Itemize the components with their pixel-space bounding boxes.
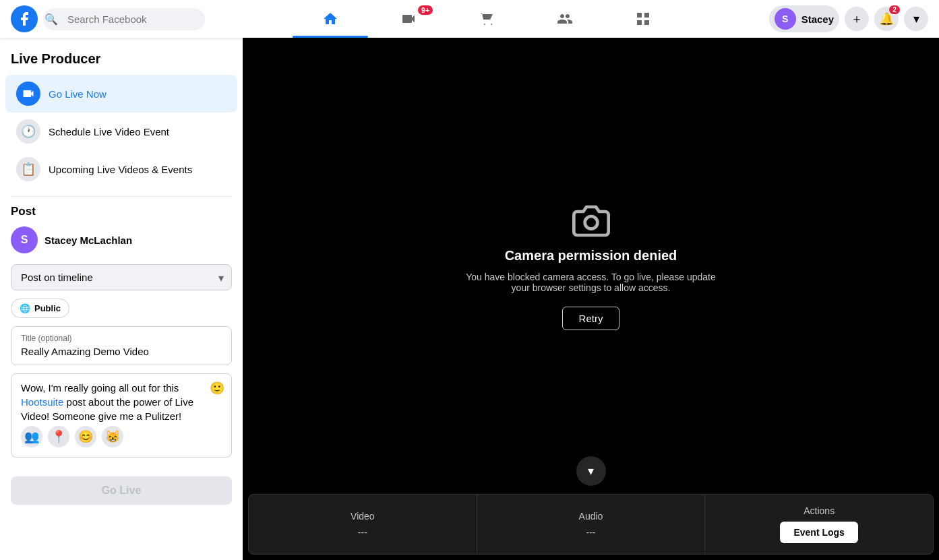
event-logs-button[interactable]: Event Logs	[780, 522, 857, 543]
camera-denied-icon	[572, 202, 610, 240]
schedule-icon: 🕐	[16, 119, 40, 144]
nav-center: 9+	[205, 3, 769, 35]
title-input-wrap: Title (optional)	[11, 326, 232, 365]
post-section-title: Post	[11, 205, 232, 218]
top-nav: 🔍 9+ S Stacey ＋ 🔔 2 ▾	[0, 0, 939, 38]
user-profile-btn[interactable]: S Stacey	[769, 5, 839, 32]
emoji-button[interactable]: 🙂	[210, 381, 224, 396]
post-user-avatar: S	[11, 226, 38, 253]
location-icon[interactable]: 📍	[48, 426, 69, 447]
video-label: Video	[351, 511, 375, 522]
post-section: Post S Stacey McLachlan Post on timeline…	[0, 205, 243, 466]
more-icon[interactable]: 😸	[102, 426, 123, 447]
notification-badge: 2	[889, 5, 900, 14]
marketplace-nav-btn[interactable]	[449, 3, 524, 35]
user-name: Stacey	[801, 13, 834, 25]
video-area: Camera permission denied You have blocke…	[243, 38, 939, 560]
audio-label: Audio	[579, 511, 603, 522]
groups-nav-btn[interactable]	[527, 3, 603, 35]
privacy-button[interactable]: 🌐 Public	[11, 299, 69, 318]
globe-icon: 🌐	[20, 303, 30, 313]
main-content: Live Producer Go Live Now 🕐 Schedule Liv…	[0, 38, 939, 560]
search-wrap: 🔍	[38, 8, 205, 30]
user-avatar: S	[775, 8, 796, 30]
video-badge: 9+	[418, 5, 433, 15]
title-label: Title (optional)	[21, 334, 222, 343]
hootsuite-link[interactable]: Hootsuite	[21, 396, 63, 408]
add-btn[interactable]: ＋	[845, 7, 869, 31]
description-wrap: Wow, I'm really going all out for this H…	[11, 373, 232, 458]
sidebar: Live Producer Go Live Now 🕐 Schedule Liv…	[0, 38, 243, 560]
actions-label: Actions	[804, 505, 835, 516]
retry-button[interactable]: Retry	[562, 307, 620, 330]
go-live-menu-item[interactable]: Go Live Now	[5, 75, 237, 113]
audio-value: ---	[586, 527, 596, 538]
title-input[interactable]	[21, 346, 222, 357]
scroll-down-button[interactable]: ▾	[576, 456, 606, 486]
svg-rect-1	[644, 13, 649, 18]
tag-people-icon[interactable]: 👥	[21, 426, 42, 447]
description-text: Wow, I'm really going all out for this H…	[21, 381, 222, 423]
nav-right: S Stacey ＋ 🔔 2 ▾	[769, 5, 928, 32]
menu-btn[interactable]: ▾	[904, 7, 928, 31]
svg-rect-0	[637, 13, 642, 18]
svg-rect-3	[644, 20, 649, 25]
video-control-section: Video ---	[249, 495, 477, 554]
feeling-icon[interactable]: 😊	[75, 426, 96, 447]
camera-permission-sub: You have blocked camera access. To go li…	[456, 272, 726, 293]
schedule-label: Schedule Live Video Event	[49, 126, 169, 137]
go-live-button[interactable]: Go Live	[11, 476, 232, 505]
video-controls: Video --- Audio --- Actions Event Logs	[248, 494, 934, 555]
video-nav-btn[interactable]: 9+	[371, 3, 446, 35]
home-nav-btn[interactable]	[293, 3, 368, 35]
go-live-icon	[16, 82, 40, 106]
svg-rect-2	[637, 20, 642, 25]
camera-permission-title: Camera permission denied	[505, 248, 677, 263]
sidebar-divider	[11, 196, 232, 197]
go-live-label: Go Live Now	[49, 88, 107, 100]
user-row: S Stacey McLachlan	[11, 226, 232, 253]
video-main: Camera permission denied You have blocke…	[243, 38, 939, 494]
pages-nav-btn[interactable]	[605, 3, 681, 35]
actions-section: Actions Event Logs	[705, 495, 933, 554]
svg-point-4	[584, 216, 597, 229]
privacy-label: Public	[34, 303, 61, 313]
search-input[interactable]	[43, 8, 205, 30]
upcoming-label: Upcoming Live Videos & Events	[49, 164, 192, 175]
description-actions: 👥 📍 😊 😸	[21, 423, 222, 450]
post-user-name: Stacey McLachlan	[44, 235, 132, 246]
post-on-select-wrap: Post on timeline ▾	[11, 264, 232, 290]
search-icon: 🔍	[44, 13, 58, 26]
facebook-logo[interactable]	[11, 5, 38, 32]
upcoming-menu-item[interactable]: 📋 Upcoming Live Videos & Events	[5, 150, 237, 188]
audio-control-section: Audio ---	[477, 495, 706, 554]
video-value: ---	[358, 527, 367, 538]
post-on-select[interactable]: Post on timeline	[11, 264, 232, 290]
schedule-menu-item[interactable]: 🕐 Schedule Live Video Event	[5, 113, 237, 150]
sidebar-title: Live Producer	[0, 46, 243, 75]
notifications-btn[interactable]: 🔔 2	[874, 7, 899, 31]
upcoming-icon: 📋	[16, 157, 40, 181]
